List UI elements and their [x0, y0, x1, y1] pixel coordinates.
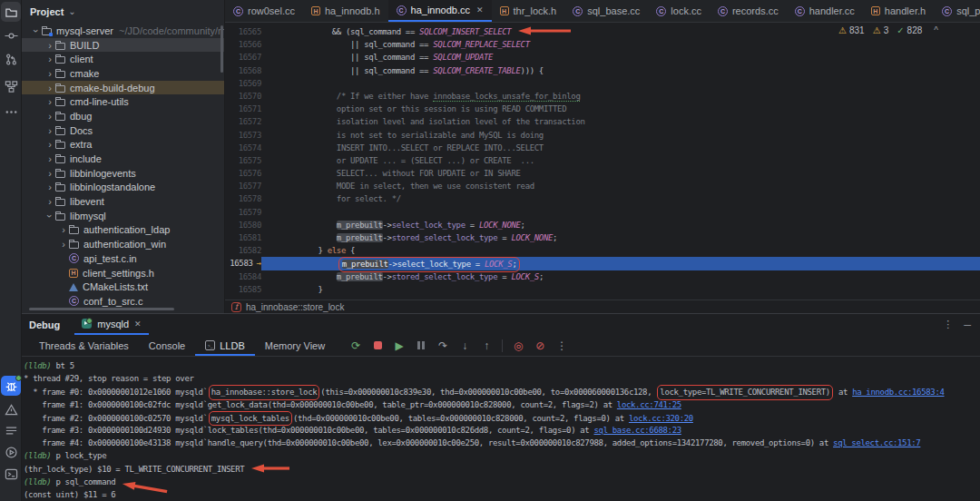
tree-item-client[interactable]: ›client — [22, 52, 224, 66]
tree-item-cmake[interactable]: ›cmake — [22, 66, 224, 81]
editor-tab-records-cc[interactable]: records.cc — [710, 0, 787, 22]
debug-tab-LLDB[interactable]: LLDB — [195, 335, 255, 356]
chevron-icon[interactable]: › — [44, 54, 55, 64]
line-number[interactable]: 16571 — [225, 103, 261, 115]
debug-tool-icon[interactable] — [1, 376, 21, 396]
editor-tab-sql_base-cc[interactable]: sql_base.cc — [564, 0, 648, 22]
toolbar-kebab-icon[interactable]: ⋮ — [555, 339, 568, 352]
chevron-icon[interactable]: › — [44, 97, 55, 106]
debug-tab-Console[interactable]: Console — [139, 335, 195, 356]
editor-tab-ha_innodb-cc[interactable]: ha_innodb.cc✕ — [388, 0, 492, 22]
services-tool-icon[interactable] — [1, 442, 21, 462]
line-number[interactable]: 16574 — [225, 142, 261, 154]
line-number[interactable]: 16581 — [225, 231, 261, 244]
tree-item-dbug[interactable]: ›dbug — [22, 109, 224, 123]
line-number[interactable]: 16573 — [225, 129, 261, 142]
editor-tab-sql_pa[interactable]: sql_pa — [934, 0, 980, 22]
todo-tool-icon[interactable] — [1, 420, 21, 440]
mute-breakpoints-button[interactable]: ⊘ — [534, 339, 546, 352]
tree-item-cmake-build-debug[interactable]: ›cmake-build-debug — [22, 81, 224, 95]
code-seg-link[interactable]: lock.cc:320:20 — [629, 414, 693, 423]
code-seg-link[interactable]: lock.cc:741:25 — [617, 400, 681, 409]
panel-options-kebab-icon[interactable]: ⋮ — [943, 319, 953, 330]
line-number[interactable]: 16579 — [225, 206, 261, 219]
rerun-button[interactable]: ⟳ — [349, 339, 362, 352]
commit-tool-icon[interactable] — [1, 25, 21, 45]
inspection-collapse-icon[interactable]: ^ — [934, 25, 938, 35]
editor-tab-lock-cc[interactable]: lock.cc — [648, 0, 710, 22]
line-number[interactable]: 16575 — [225, 154, 261, 167]
line-number[interactable]: 16583→ — [225, 257, 261, 270]
line-number[interactable]: 16576 — [225, 167, 261, 180]
debug-session-tab[interactable]: mysqld ✕ — [74, 314, 148, 335]
tree-item-libmysql[interactable]: ›libmysql — [22, 209, 224, 223]
terminal-tool-icon[interactable] — [1, 464, 21, 484]
tree-item-include[interactable]: ›include — [22, 152, 224, 166]
chevron-icon[interactable]: › — [44, 112, 55, 121]
editor-tab-row0sel-cc[interactable]: row0sel.cc — [225, 0, 303, 22]
line-number[interactable]: 16584 — [225, 270, 261, 283]
project-panel-header[interactable]: Project ⌄ — [22, 0, 224, 23]
chevron-icon[interactable]: › — [44, 140, 55, 149]
tree-item-conf_to_src.c[interactable]: conf_to_src.c — [22, 294, 224, 308]
chevron-icon[interactable]: › — [44, 197, 55, 206]
line-number[interactable]: 16569 — [225, 77, 261, 90]
code-seg-link[interactable]: sql_select.cc:151:7 — [833, 438, 920, 447]
tree-item-libevent[interactable]: ›libevent — [22, 194, 224, 209]
line-number[interactable]: 16570 — [225, 90, 261, 103]
code-seg-link[interactable]: ha_innodb.cc:16583:4 — [852, 388, 944, 397]
warnings-badge[interactable]: ⚠831 — [838, 25, 865, 35]
editor-tab-handler-h[interactable]: handler.h — [863, 0, 934, 22]
lldb-console[interactable]: (lldb) bt 5* thread #29, stop reason = s… — [22, 357, 980, 501]
pause-button[interactable] — [415, 341, 427, 349]
chevron-icon[interactable]: › — [58, 240, 69, 249]
line-number[interactable]: 16580 — [225, 219, 261, 231]
step-over-button[interactable]: ↷ — [436, 339, 449, 352]
chevron-icon[interactable]: › — [44, 84, 55, 93]
more-tools-icon[interactable] — [1, 102, 21, 122]
editor-tab-ha_innodb-h[interactable]: ha_innodb.h — [303, 0, 388, 22]
chevron-icon[interactable]: › — [44, 126, 55, 135]
line-number[interactable]: 16582 — [225, 244, 261, 257]
line-number[interactable]: 16566 — [225, 38, 261, 51]
code-seg-link[interactable]: sql_base.cc:6688:23 — [594, 426, 681, 435]
line-number[interactable]: 16565 — [225, 25, 261, 38]
editor-tab-handler-cc[interactable]: handler.cc — [787, 0, 863, 22]
close-icon[interactable]: ✕ — [476, 5, 484, 15]
problems-tool-icon[interactable] — [1, 399, 21, 419]
chevron-icon[interactable]: › — [44, 169, 55, 178]
tree-horizontal-scrollbar[interactable] — [29, 308, 174, 310]
chevron-icon[interactable]: › — [45, 211, 54, 221]
pull-requests-tool-icon[interactable] — [1, 49, 21, 69]
resume-button[interactable]: ▶ — [393, 339, 406, 352]
line-number[interactable]: 16577 — [225, 180, 261, 192]
line-number[interactable]: 16572 — [225, 115, 261, 128]
chevron-icon[interactable]: › — [44, 69, 55, 78]
structure-tool-icon[interactable] — [1, 76, 21, 96]
tree-item-api_test.c.in[interactable]: api_test.c.in — [22, 251, 224, 266]
tree-item-CMakeLists.txt[interactable]: CMakeLists.txt — [22, 280, 224, 294]
close-icon[interactable]: ✕ — [134, 319, 142, 329]
inspection-widget[interactable]: ⚠831 ⚠3 ✓828 ^ — [838, 25, 938, 35]
tree-item-libbinlogstandalone[interactable]: ›libbinlogstandalone — [22, 181, 224, 195]
debug-tab-Threads-Variables[interactable]: Threads & Variables — [29, 335, 139, 356]
line-number[interactable]: 16585 — [225, 283, 261, 296]
chevron-icon[interactable]: › — [58, 225, 69, 234]
line-number[interactable]: 16568 — [225, 64, 261, 77]
tree-item-mysql-server[interactable]: ›mysql-server~/JD/code/community/mysql/m — [22, 24, 224, 38]
line-number[interactable]: 16578 — [225, 192, 261, 205]
tree-vertical-scrollbar[interactable] — [220, 25, 223, 73]
line-number[interactable]: 16567 — [225, 51, 261, 64]
tree-item-Docs[interactable]: ›Docs — [22, 123, 224, 138]
editor-tab-thr_lock-h[interactable]: thr_lock.h — [492, 0, 565, 22]
chevron-icon[interactable]: › — [32, 25, 41, 36]
hide-panel-icon[interactable]: ─ — [964, 319, 971, 330]
tree-item-BUILD[interactable]: ›BUILD — [22, 38, 224, 53]
chevron-icon[interactable]: › — [44, 182, 55, 192]
tree-item-authentication_win[interactable]: ›authentication_win — [22, 237, 224, 251]
chevron-icon[interactable]: › — [44, 154, 55, 163]
breadcrumb[interactable]: ha_innobase::store_lock — [246, 302, 344, 312]
tree-item-cmd-line-utils[interactable]: ›cmd-line-utils — [22, 94, 224, 109]
typos-badge[interactable]: ✓828 — [897, 25, 922, 35]
stop-button[interactable] — [371, 341, 384, 349]
